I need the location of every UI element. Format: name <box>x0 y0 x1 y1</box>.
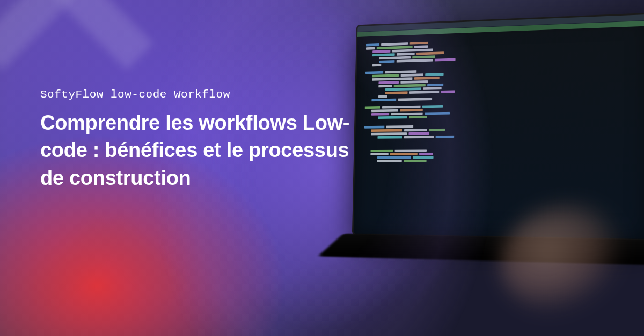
laptop-screen <box>352 13 644 241</box>
code-editor <box>355 26 644 171</box>
headline-text: Comprendre les workflows Low-code : béné… <box>40 109 362 192</box>
chevron-accent-bottom <box>27 191 215 336</box>
hero-text: SoftyFlow low-code Workflow Comprendre l… <box>40 88 362 192</box>
eyebrow-text: SoftyFlow low-code Workflow <box>40 88 362 101</box>
